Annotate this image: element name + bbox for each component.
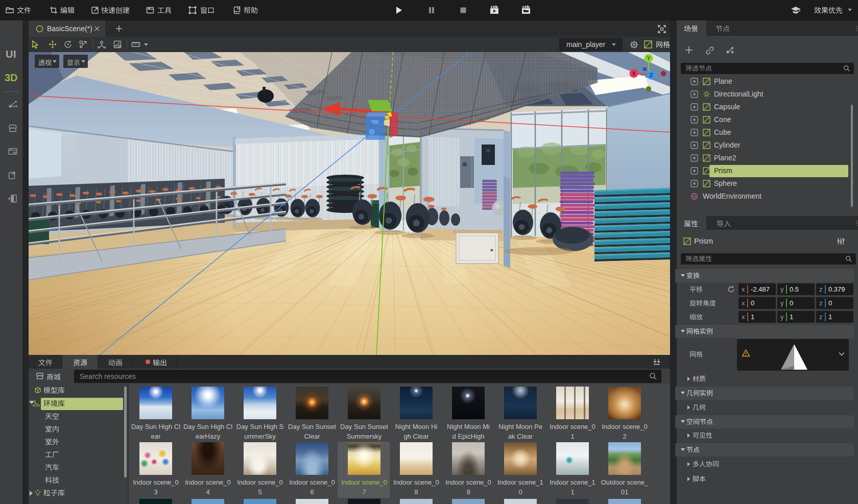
svg-text:X: X <box>632 71 636 77</box>
svg-text:Z: Z <box>650 73 653 78</box>
svg-text:Y: Y <box>647 56 651 61</box>
